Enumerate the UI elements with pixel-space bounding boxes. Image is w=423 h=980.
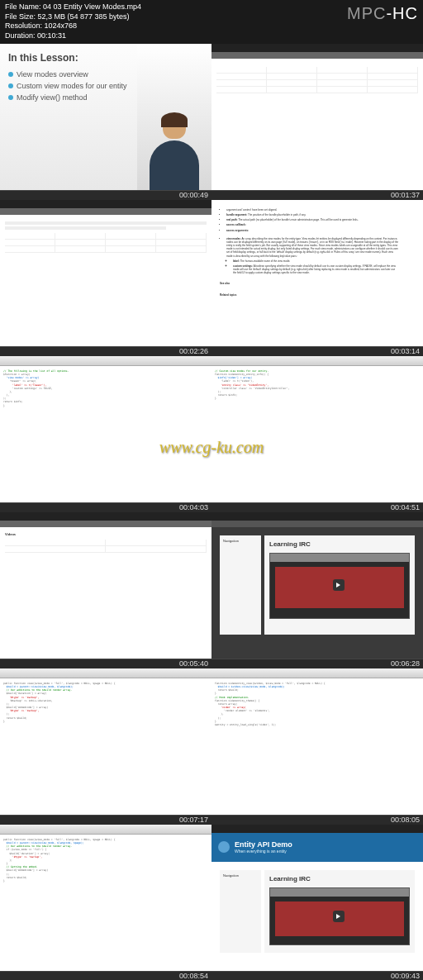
- file-info-bar: File Name: 04 03 Entity View Modes.mp4 F…: [0, 0, 423, 44]
- thumbnail-5[interactable]: // The following is the list of all opti…: [0, 356, 212, 512]
- filesize-label: File Size:: [5, 12, 36, 21]
- presenter-photo: [137, 44, 212, 190]
- thumbnail-8[interactable]: Navigation Learning IRC 00:06:28: [212, 512, 423, 668]
- timestamp: 00:01:37: [391, 191, 420, 199]
- timestamp: 00:04:03: [179, 503, 208, 511]
- timestamp: 00:09:43: [391, 972, 420, 980]
- duration-label: Duration:: [5, 31, 36, 40]
- thumbnail-grid: In this Lesson: View modes overview Cust…: [0, 44, 423, 980]
- lesson-title: In this Lesson:: [8, 52, 133, 64]
- app-logo: MPC-HC: [347, 2, 418, 41]
- site-logo-icon: [218, 841, 230, 853]
- filename-label: File Name:: [5, 2, 41, 11]
- thumbnail-4[interactable]: argument and 'context' have been set ali…: [212, 200, 423, 356]
- play-icon[interactable]: [333, 911, 345, 922]
- timestamp: 00:03:14: [391, 347, 420, 355]
- site-title: Entity API Demo: [235, 840, 292, 849]
- thumbnail-3[interactable]: 00:02:26: [0, 200, 212, 356]
- duration-value: 00:10:31: [37, 31, 66, 40]
- thumbnail-1[interactable]: In this Lesson: View modes overview Cust…: [0, 44, 212, 200]
- video-player[interactable]: [269, 553, 410, 619]
- video-title: Learning IRC: [269, 540, 410, 548]
- resolution-value: 1024x768: [45, 21, 78, 30]
- timestamp: 00:08:05: [391, 816, 420, 824]
- thumbnail-12[interactable]: Entity API Demo When everything is an en…: [212, 825, 423, 980]
- thumbnail-2[interactable]: 00:01:37: [212, 44, 423, 200]
- resolution-label: Resolution:: [5, 21, 42, 30]
- thumbnail-6[interactable]: // Custom view modes for our entity. fun…: [212, 356, 423, 512]
- filesize-value: 52,3 MB (54 877 385 bytes): [38, 12, 130, 21]
- video-player[interactable]: [269, 887, 410, 945]
- play-icon[interactable]: [333, 579, 345, 591]
- thumbnail-7[interactable]: Videos 00:05:40: [0, 512, 212, 668]
- thumbnail-11[interactable]: public function view($view_mode = 'full'…: [0, 825, 212, 980]
- timestamp: 00:08:54: [179, 972, 208, 980]
- thumbnail-9[interactable]: public function view($view_mode = 'full'…: [0, 668, 212, 825]
- timestamp: 00:00:49: [179, 191, 208, 199]
- filename-value: 04 03 Entity View Modes.mp4: [43, 2, 141, 11]
- timestamp: 00:06:28: [391, 659, 420, 668]
- thumbnail-10[interactable]: function videoentity_view($video, $view_…: [212, 668, 423, 825]
- timestamp: 00:05:40: [179, 659, 208, 668]
- timestamp: 00:04:51: [391, 503, 420, 511]
- timestamp: 00:02:26: [179, 347, 208, 355]
- timestamp: 00:07:17: [179, 816, 208, 824]
- site-subtitle: When everything is an entity: [235, 849, 292, 854]
